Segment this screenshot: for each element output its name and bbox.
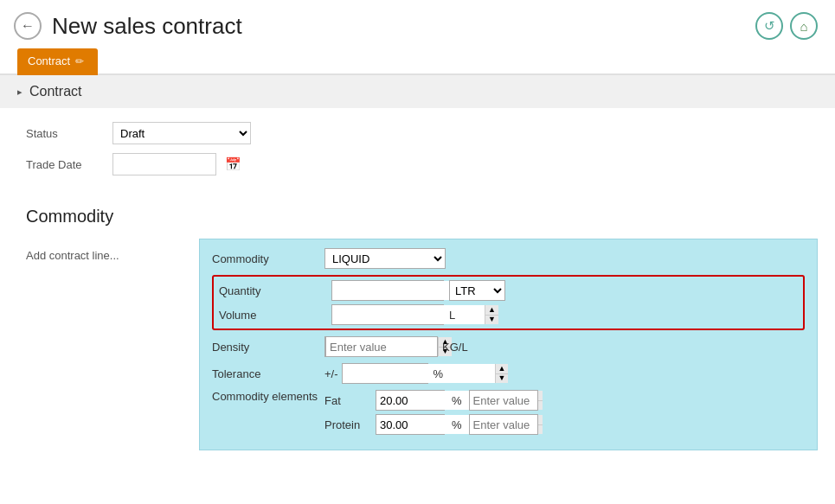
tolerance-decrement-button[interactable]: ▼ — [496, 373, 509, 384]
tolerance-row: Tolerance +/- 0.00 ▲ ▼ % — [212, 363, 805, 384]
commodity-title: Commodity — [26, 207, 818, 226]
section-arrow[interactable]: ▸ — [17, 86, 22, 98]
commodity-panel: Commodity LIQUID GAS SOLID Quantity 500.… — [199, 239, 818, 450]
volume-spinner-buttons: ▲ ▼ — [485, 305, 498, 324]
commodity-select[interactable]: LIQUID GAS SOLID — [324, 248, 446, 269]
status-row: Status Draft Confirmed Closed — [26, 122, 809, 144]
commodity-body: Add contract line... Commodity LIQUID GA… — [26, 239, 818, 450]
commodity-elements-label: Commodity elements — [212, 390, 324, 403]
protein-value-input[interactable] — [469, 414, 538, 435]
volume-decrement-button[interactable]: ▼ — [485, 315, 498, 325]
contract-section-header: ▸ Contract — [0, 75, 835, 108]
tab-edit-icon: ✏ — [75, 55, 84, 67]
add-line-area: Add contract line... — [26, 239, 199, 450]
fat-pct-spinner: ▲ ▼ — [376, 390, 445, 411]
fat-pct-symbol: % — [452, 394, 462, 407]
tolerance-label: Tolerance — [212, 367, 324, 380]
tolerance-input[interactable]: 0.00 — [343, 364, 495, 383]
status-field: Draft Confirmed Closed — [112, 122, 809, 144]
commodity-field-label: Commodity — [212, 252, 324, 265]
volume-spinner: ▲ ▼ — [331, 304, 444, 325]
header-icons: ↺ ⌂ — [755, 12, 818, 40]
tolerance-spinner: 0.00 ▲ ▼ — [342, 363, 428, 384]
volume-label: Volume — [219, 309, 331, 322]
protein-pct-symbol: % — [452, 418, 462, 431]
back-button[interactable]: ← — [14, 12, 42, 40]
home-button[interactable]: ⌂ — [790, 12, 818, 40]
refresh-icon: ↺ — [764, 18, 775, 34]
protein-pct-spinner: ▲ ▼ — [376, 414, 445, 435]
density-label: Density — [212, 341, 324, 354]
volume-input[interactable] — [332, 305, 485, 324]
quantity-label: Quantity — [219, 284, 331, 297]
density-row: Density ▲ ▼ KG/L — [212, 336, 805, 357]
tolerance-unit-label: % — [434, 367, 444, 380]
density-unit-label: KG/L — [442, 341, 468, 354]
tab-bar: Contract ✏ — [0, 48, 835, 75]
page-header: ← New sales contract ↺ ⌂ — [0, 0, 835, 48]
quantity-volume-group: Quantity 500.000 ▲ ▼ LTR KG MT GAL — [212, 275, 805, 330]
status-select[interactable]: Draft Confirmed Closed — [112, 122, 251, 144]
header-left: ← New sales contract — [14, 12, 242, 40]
refresh-button[interactable]: ↺ — [755, 12, 783, 40]
list-item: Fat ▲ ▼ % — [324, 390, 538, 411]
volume-unit-label: L — [449, 309, 455, 322]
trade-date-row: Trade Date 6/20/2014 📅 — [26, 153, 809, 175]
home-icon: ⌂ — [800, 19, 807, 34]
list-item: Protein ▲ ▼ % — [324, 414, 538, 435]
tolerance-increment-button[interactable]: ▲ — [496, 364, 509, 373]
commodity-elements-row: Commodity elements Fat ▲ ▼ % — [212, 390, 805, 435]
tab-contract-label: Contract — [28, 54, 70, 67]
calendar-icon[interactable]: 📅 — [225, 156, 241, 171]
commodity-row: Commodity LIQUID GAS SOLID — [212, 248, 805, 269]
add-contract-line-link[interactable]: Add contract line... — [26, 249, 119, 262]
commodity-section: Commodity Add contract line... Commodity… — [0, 198, 835, 459]
element-protein-name: Protein — [324, 418, 372, 431]
quantity-unit-select[interactable]: LTR KG MT GAL — [449, 280, 505, 301]
commodity-elements-list: Fat ▲ ▼ % Protein — [324, 390, 538, 435]
tab-contract[interactable]: Contract ✏ — [17, 48, 98, 73]
density-input[interactable] — [325, 336, 438, 357]
quantity-spinner: 500.000 ▲ ▼ — [331, 280, 444, 301]
tolerance-spinner-buttons: ▲ ▼ — [495, 364, 509, 383]
tolerance-prefix: +/- — [324, 367, 338, 380]
volume-row: Volume ▲ ▼ L — [219, 304, 798, 325]
quantity-row: Quantity 500.000 ▲ ▼ LTR KG MT GAL — [219, 280, 798, 301]
page-title: New sales contract — [52, 13, 242, 40]
trade-date-field: 6/20/2014 📅 — [112, 153, 809, 175]
status-label: Status — [26, 127, 112, 140]
density-spinner: ▲ ▼ — [324, 336, 437, 357]
element-fat-name: Fat — [324, 394, 372, 407]
fat-value-input[interactable] — [469, 390, 538, 411]
volume-increment-button[interactable]: ▲ — [485, 305, 498, 315]
trade-date-label: Trade Date — [26, 158, 112, 171]
contract-form: Status Draft Confirmed Closed Trade Date… — [0, 108, 835, 198]
trade-date-input[interactable]: 6/20/2014 — [112, 153, 216, 175]
contract-section-title: Contract — [29, 84, 81, 99]
